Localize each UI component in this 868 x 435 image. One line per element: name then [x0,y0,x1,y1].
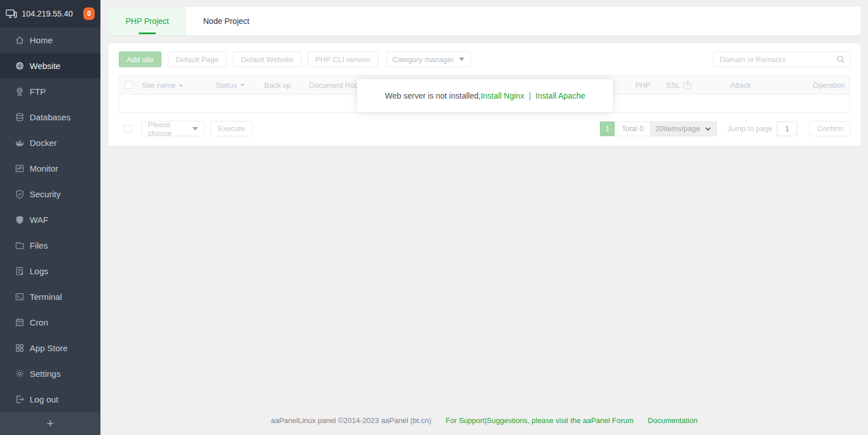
bulk-action-label: Please choose [148,120,188,137]
sidebar-item-label: App Store [30,343,68,353]
website-panel: Add site Default Page Default Website PH… [108,43,861,146]
execute-button[interactable]: Execute [210,121,253,136]
chevron-down-icon [459,58,465,61]
page-footer: aaPanelLinux panel ©2014-2023 aaPanel (b… [100,416,868,425]
sidebar-item-files[interactable]: Files [0,233,100,258]
sidebar-item-label: Security [30,189,60,199]
sidebar-item-label: Home [30,35,53,45]
bulk-select-checkbox[interactable] [124,125,132,133]
tab-php-project[interactable]: PHP Project [108,7,186,35]
sidebar-item-docker[interactable]: Docker [0,130,100,156]
chevron-down-icon [705,127,711,131]
tab-label: Node Project [203,17,249,26]
notice-separator: | [529,91,531,100]
sidebar-item-label: Logs [30,266,49,276]
php-cli-version-button[interactable]: PHP CLI version [308,51,378,67]
category-manager-label: Category manager [393,55,454,64]
jump-to-page-label: Jump to page [728,124,773,133]
sidebar-item-label: Terminal [30,292,62,302]
sort-asc-icon [179,84,183,87]
copyright-text: aaPanelLinux panel ©2014-2023 aaPanel (b… [271,416,431,425]
search-icon[interactable] [836,55,845,64]
docker-icon [15,138,25,148]
forum-link[interactable]: For Support|Suggestions, please visit th… [446,416,633,425]
sidebar-item-label: Files [30,241,48,250]
ftp-globe-icon [15,87,25,96]
sidebar-menu: Home Website FTP Databases [0,27,100,412]
message-count-badge[interactable]: 0 [83,7,95,20]
terminal-icon [15,292,25,302]
install-apache-link[interactable]: Install Apache [535,91,585,100]
aapanel-app: 104.219.55.40 0 Home Website FTP [0,0,868,435]
documentation-link[interactable]: Documentation [648,416,697,425]
site-search [713,51,850,67]
sidebar-item-logs[interactable]: Logs [0,258,100,284]
webserver-notice-dialog: Web server is not installed,Install Ngin… [357,79,613,112]
column-ssl: SSL ? [666,81,730,90]
select-all-checkbox[interactable] [124,81,132,89]
project-tabs: PHP Project Node Project [108,7,861,35]
sidebar-item-security[interactable]: Security [0,181,100,207]
sidebar-item-label: Log out [30,395,58,404]
filter-caret-icon [240,84,245,87]
sidebar-item-home[interactable]: Home [0,27,100,53]
tab-label: PHP Project [126,17,169,26]
jump-page-input[interactable] [777,121,797,136]
sidebar-item-label: Docker [30,138,57,148]
tab-node-project[interactable]: Node Project [186,7,267,35]
folder-icon [15,241,25,250]
sidebar-item-logout[interactable]: Log out [0,387,100,412]
sidebar-item-label: Settings [30,369,60,379]
sidebar-item-website[interactable]: Website [0,53,100,79]
logout-icon [15,395,25,404]
chevron-down-icon [192,127,198,131]
sidebar-item-terminal[interactable]: Terminal [0,284,100,310]
globe-icon [15,61,25,71]
calendar-icon [15,318,25,327]
column-site-name[interactable]: Site name [142,81,216,90]
database-icon [15,112,25,122]
install-nginx-link[interactable]: Install Nginx [481,91,524,100]
sidebar-item-cron[interactable]: Cron [0,310,100,335]
sidebar-item-label: Cron [30,318,49,327]
home-icon [15,35,25,45]
sidebar-item-waf[interactable]: WAF [0,207,100,233]
plus-icon: + [47,416,54,431]
sidebar-item-label: Website [30,61,60,71]
sidebar-item-monitor[interactable]: Monitor [0,156,100,181]
search-input[interactable] [714,52,836,67]
column-operation: Operation [813,81,850,90]
sidebar-item-settings[interactable]: Settings [0,361,100,387]
monitor-chart-icon [15,164,25,173]
page-number-button[interactable]: 1 [600,121,615,136]
sidebar-item-label: Databases [30,112,71,122]
grid-icon [15,343,25,353]
add-site-button[interactable]: Add site [119,51,162,67]
bulk-action-select[interactable]: Please choose [142,121,204,136]
sidebar-item-appstore[interactable]: App Store [0,335,100,361]
column-attack: Attack [730,81,813,90]
sidebar-item-label: Monitor [30,164,58,173]
toolbar: Add site Default Page Default Website PH… [119,51,850,67]
column-status[interactable]: Status [216,81,264,90]
page-size-label: 20items/page [656,124,700,133]
sidebar-item-label: WAF [30,215,49,225]
server-ip: 104.219.55.40 [22,9,83,18]
shield-filled-icon [15,215,25,225]
notice-text: Web server is not installed, [385,91,481,100]
category-manager-select[interactable]: Category manager [386,51,471,67]
confirm-button[interactable]: Confirm [809,121,850,136]
gear-icon [15,369,25,379]
default-page-button[interactable]: Default Page [168,51,227,67]
sidebar: 104.219.55.40 0 Home Website FTP [0,0,100,435]
server-monitor-icon [6,9,17,19]
help-question-icon[interactable]: ? [683,81,692,90]
server-info-header[interactable]: 104.219.55.40 0 [0,0,100,27]
sidebar-item-databases[interactable]: Databases [0,104,100,130]
page-size-select[interactable]: 20items/page [651,121,717,136]
sidebar-item-ftp[interactable]: FTP [0,79,100,104]
default-website-button[interactable]: Default Website [233,51,301,67]
table-footer-bar: Please choose Execute 1 Total 0 20items/… [119,121,850,136]
sidebar-collapse-add-button[interactable]: + [0,412,100,435]
total-count: Total 0 [615,121,650,136]
